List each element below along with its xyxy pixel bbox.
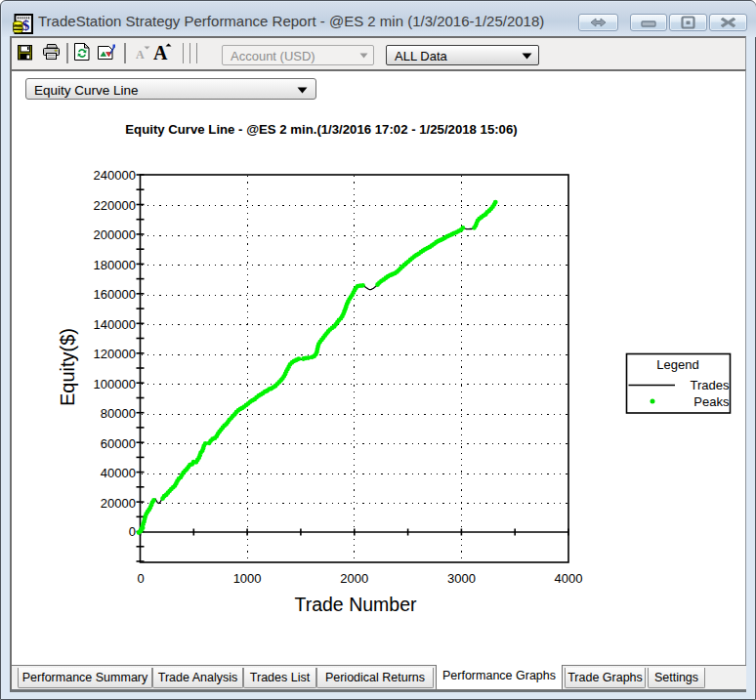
svg-text:0: 0 [137, 571, 144, 586]
svg-text:Legend: Legend [656, 357, 698, 372]
svg-text:180000: 180000 [94, 258, 136, 272]
svg-text:Trade Number: Trade Number [295, 594, 417, 615]
svg-text:0: 0 [129, 524, 136, 539]
svg-text:40000: 40000 [101, 466, 136, 480]
svg-text:80000: 80000 [101, 406, 136, 421]
svg-text:1000: 1000 [233, 571, 262, 586]
svg-text:20000: 20000 [101, 496, 136, 511]
svg-text:Peaks: Peaks [693, 394, 730, 409]
svg-text:200000: 200000 [94, 227, 136, 242]
svg-text:140000: 140000 [94, 317, 136, 332]
svg-text:Trades: Trades [691, 378, 730, 392]
svg-text:2000: 2000 [340, 571, 368, 586]
svg-text:100000: 100000 [94, 377, 136, 391]
svg-text:160000: 160000 [94, 287, 136, 302]
svg-text:220000: 220000 [94, 198, 136, 213]
svg-text:4000: 4000 [555, 571, 583, 586]
svg-text:3000: 3000 [447, 571, 476, 586]
svg-text:120000: 120000 [94, 347, 136, 361]
svg-text:Equity($): Equity($) [57, 328, 78, 406]
svg-text:$: $ [22, 18, 30, 33]
svg-text:Equity Curve Line - @ES 2 min.: Equity Curve Line - @ES 2 min.(1/3/2016 … [125, 122, 517, 137]
svg-text:60000: 60000 [101, 436, 136, 451]
svg-text:240000: 240000 [94, 168, 136, 183]
